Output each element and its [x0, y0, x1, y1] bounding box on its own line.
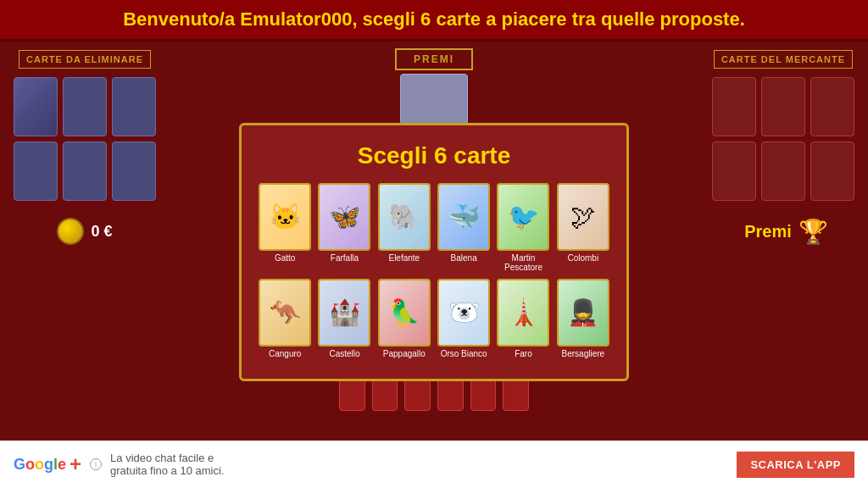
left-card-slot-1: [14, 77, 58, 136]
left-panel-label: CARTE DA ELIMINARE: [19, 50, 151, 69]
card-item-farfalla[interactable]: 🦋Farfalla: [318, 183, 370, 272]
right-card-slot-4: [712, 141, 756, 201]
left-card-slot-2: [63, 77, 107, 136]
game-area: CARTE DA ELIMINARE 0 € PREMI Scegli 6 ca…: [0, 42, 868, 462]
card-item-bersagliere[interactable]: 💂Bersagliere: [557, 279, 609, 358]
google-letter-e: e: [58, 456, 66, 473]
premi-right-area: Premi 🏆: [744, 218, 822, 245]
card-image-pappagallo: 🦜: [378, 279, 431, 347]
card-item-orso-bianco[interactable]: 🐻‍❄️Orso Bianco: [437, 279, 490, 358]
left-card-slot-3: [112, 77, 156, 136]
right-card-slot-5: [761, 141, 805, 201]
welcome-message: Benvenuto/a Emulator000, scegli 6 carte …: [123, 8, 745, 30]
card-name-orso-bianco: Orso Bianco: [441, 349, 487, 358]
modal-title: Scegli 6 carte: [259, 142, 609, 169]
google-letter-g: G: [14, 456, 25, 473]
coin-area: 0 €: [57, 218, 112, 245]
google-plus-logo: Google +: [14, 452, 81, 476]
info-icon[interactable]: i: [90, 458, 102, 470]
google-letter-o2: o: [35, 456, 44, 473]
card-item-faro[interactable]: 🗼Faro: [497, 279, 549, 358]
left-panel: CARTE DA ELIMINARE 0 €: [0, 42, 170, 462]
card-name-bersagliere: Bersagliere: [562, 349, 605, 358]
card-name-gatto: Gatto: [275, 253, 295, 263]
card-image-elefante: 🐘: [378, 183, 431, 251]
card-name-canguro: Canguro: [269, 349, 301, 358]
card-item-colombi[interactable]: 🕊Colombi: [557, 183, 609, 272]
google-logo-text: Google: [14, 456, 66, 474]
card-name-faro: Faro: [515, 349, 532, 358]
card-selection-modal: Scegli 6 carte 🐱Gatto🦋Farfalla🐘Elefante🐳…: [239, 123, 629, 381]
right-card-slot-2: [761, 77, 805, 136]
center-area: PREMI Scegli 6 carte 🐱Gatto🦋Farfalla🐘Ele…: [170, 42, 698, 462]
right-card-slot-6: [810, 141, 854, 201]
card-item-castello[interactable]: 🏰Castello: [318, 279, 370, 358]
card-item-gatto[interactable]: 🐱Gatto: [259, 183, 311, 272]
right-panel-label: CARTE DEL MERCANTE: [714, 50, 853, 69]
card-image-colombi: 🕊: [557, 183, 609, 251]
card-image-gatto: 🐱: [259, 183, 311, 251]
card-image-balena: 🐳: [437, 183, 490, 251]
google-letter-o1: o: [25, 456, 35, 473]
ad-line2: gratuita fino a 10 amici.: [110, 464, 224, 477]
card-name-castello: Castello: [329, 349, 359, 358]
card-item-balena[interactable]: 🐳Balena: [437, 183, 490, 272]
card-name-colombi: Colombi: [567, 253, 598, 263]
card-image-farfalla: 🦋: [318, 183, 370, 251]
google-letter-g2: g: [44, 456, 53, 473]
trophy-icon: 🏆: [798, 218, 822, 245]
google-plus-sign: +: [70, 452, 81, 476]
card-item-elefante[interactable]: 🐘Elefante: [378, 183, 431, 272]
card-image-castello: 🏰: [318, 279, 370, 347]
card-name-elefante: Elefante: [388, 253, 420, 263]
card-name-farfalla: Farfalla: [331, 253, 359, 263]
cards-grid: 🐱Gatto🦋Farfalla🐘Elefante🐳Balena🐦Martin P…: [259, 183, 609, 358]
left-card-slot-4: [14, 141, 58, 201]
card-image-martin-pescatore: 🐦: [497, 183, 549, 251]
top-bar: Benvenuto/a Emulator000, scegli 6 carte …: [0, 0, 868, 42]
card-item-canguro[interactable]: 🦘Canguro: [259, 279, 311, 358]
right-card-grid: [712, 77, 854, 201]
card-image-orso-bianco: 🐻‍❄️: [437, 279, 490, 347]
card-name-pappagallo: Pappagallo: [383, 349, 426, 358]
card-name-martin-pescatore: Martin Pescatore: [497, 253, 549, 272]
left-card-slot-5: [63, 141, 107, 201]
modal-overlay: Scegli 6 carte 🐱Gatto🦋Farfalla🐘Elefante🐳…: [170, 42, 698, 462]
card-item-martin-pescatore[interactable]: 🐦Martin Pescatore: [497, 183, 549, 272]
card-item-pappagallo[interactable]: 🦜Pappagallo: [378, 279, 431, 358]
right-panel: CARTE DEL MERCANTE Premi 🏆: [698, 42, 868, 462]
right-card-slot-1: [712, 77, 756, 136]
download-button[interactable]: SCARICA L'APP: [737, 452, 854, 478]
card-image-faro: 🗼: [497, 279, 549, 347]
left-card-grid: [14, 77, 156, 201]
premi-right-text: Premi: [744, 222, 792, 241]
left-card-slot-6: [112, 141, 156, 201]
card-image-canguro: 🦘: [259, 279, 311, 347]
card-name-balena: Balena: [451, 253, 477, 263]
coin-icon: [57, 218, 84, 245]
coin-amount: 0 €: [91, 223, 112, 241]
card-image-bersagliere: 💂: [557, 279, 609, 347]
right-card-slot-3: [810, 77, 854, 136]
